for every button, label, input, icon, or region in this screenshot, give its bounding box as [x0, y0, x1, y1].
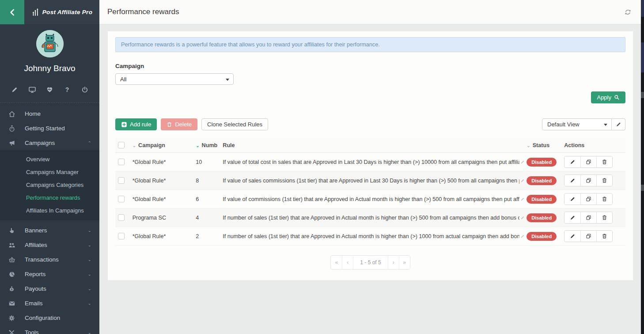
- app-window: Post Affiliate Pro Johnny Bravo: [0, 0, 644, 334]
- inline-edit-icon[interactable]: [520, 178, 524, 183]
- cell-campaign: *Global Rule*: [130, 190, 193, 209]
- sidebar-item-affiliates[interactable]: Affiliates ⌄: [0, 238, 99, 252]
- status-badge: Disabled: [527, 158, 557, 167]
- campaign-select[interactable]: All: [115, 73, 234, 85]
- sidebar-item-label: Reports: [25, 271, 88, 277]
- monitor-icon[interactable]: [27, 85, 37, 95]
- envelope-icon: [8, 300, 15, 307]
- clone-rule-button[interactable]: [580, 231, 596, 242]
- edit-rule-button[interactable]: [564, 156, 580, 167]
- inline-edit-icon[interactable]: [520, 197, 524, 201]
- chevron-down-icon: [604, 124, 607, 126]
- select-all-checkbox[interactable]: [118, 142, 125, 148]
- pie-chart-icon: [8, 271, 15, 278]
- inline-edit-icon[interactable]: [520, 216, 524, 220]
- edit-rule-button[interactable]: [564, 175, 580, 186]
- apply-button-label: Apply: [597, 94, 611, 101]
- status-badge: Disabled: [527, 213, 557, 222]
- sidebar-item-campaigns-manager[interactable]: Campaigns Manager: [0, 166, 99, 178]
- column-header-numb[interactable]: ⌄Numb: [193, 138, 220, 153]
- cell-rule: If value of commissions (1st tier) that …: [220, 190, 524, 209]
- row-checkbox[interactable]: [118, 177, 125, 184]
- sidebar-item-reports[interactable]: Reports ⌄: [0, 267, 99, 281]
- column-header-status[interactable]: ⌄Status: [524, 138, 561, 153]
- row-checkbox[interactable]: [118, 233, 125, 239]
- plus-square-icon: [121, 121, 127, 128]
- pagination-range-label: 1 - 5 of 5: [353, 256, 387, 269]
- edit-rule-button[interactable]: [564, 212, 580, 223]
- view-selector-group: Default View: [542, 118, 625, 130]
- scrollbar[interactable]: [641, 0, 644, 334]
- chevron-down-icon: ⌄: [88, 286, 91, 291]
- refresh-icon[interactable]: [624, 8, 632, 16]
- help-icon[interactable]: ?: [62, 85, 72, 95]
- clone-rule-button[interactable]: [580, 212, 596, 223]
- inline-edit-icon[interactable]: [520, 234, 524, 239]
- pagination-last-button[interactable]: »: [399, 256, 410, 269]
- avatar[interactable]: [36, 30, 64, 57]
- sort-icon: ⌄: [133, 143, 136, 148]
- status-badge: Disabled: [527, 176, 557, 185]
- pagination-next-button[interactable]: ›: [388, 256, 399, 269]
- clone-selected-rules-button[interactable]: Clone Selected Rules: [201, 118, 268, 130]
- clone-rule-button[interactable]: [580, 175, 596, 186]
- edit-rule-button[interactable]: [564, 194, 580, 205]
- delete-rule-button[interactable]: [596, 212, 612, 223]
- sidebar-item-banners[interactable]: Banners ⌄: [0, 223, 99, 238]
- sidebar-item-transactions[interactable]: Transactions ⌄: [0, 252, 99, 267]
- delete-rule-button[interactable]: [596, 175, 612, 186]
- sidebar-item-overview[interactable]: Overview: [0, 153, 99, 166]
- sidebar-item-campaigns-categories[interactable]: Campaigns Categories: [0, 178, 99, 191]
- sidebar-item-home[interactable]: Home: [0, 106, 99, 121]
- sidebar-item-performance-rewards[interactable]: Performance rewards: [0, 191, 99, 204]
- pagination-prev-button[interactable]: ‹: [342, 256, 353, 269]
- cell-rule: If number of sales (1st tier) that are A…: [220, 209, 524, 227]
- sidebar-nav: Home Getting Started Campaigns ⌃ Overvie…: [0, 102, 99, 334]
- delete-rule-button[interactable]: [596, 156, 612, 167]
- row-checkbox[interactable]: [118, 196, 125, 202]
- clone-rule-button[interactable]: [580, 194, 596, 205]
- sidebar-item-affiliates-in-campaigns[interactable]: Affiliates In Campaigns: [0, 204, 99, 217]
- user-actions-row: ?: [0, 85, 99, 95]
- sidebar-item-emails[interactable]: Emails ⌄: [0, 296, 99, 311]
- app-logo[interactable]: Post Affiliate Pro: [24, 0, 99, 24]
- delete-rule-button[interactable]: [596, 194, 612, 205]
- add-rule-button[interactable]: Add rule: [115, 118, 157, 130]
- inline-edit-icon[interactable]: [520, 160, 524, 164]
- basket-icon: [8, 256, 15, 263]
- delete-button[interactable]: Delete: [161, 118, 197, 130]
- column-header-rule[interactable]: Rule: [220, 138, 524, 153]
- rules-table: ⌄Campaign ⌄Numb Rule ⌄Status Actions *Gl…: [115, 138, 625, 246]
- sidebar-item-tools[interactable]: Tools ⌄: [0, 325, 99, 334]
- sidebar-item-getting-started[interactable]: Getting Started: [0, 121, 99, 136]
- edit-profile-icon[interactable]: [10, 85, 19, 95]
- chart-arrows-icon: [31, 8, 39, 17]
- edit-view-button[interactable]: [612, 118, 625, 130]
- scrollbar-thumb[interactable]: [641, 42, 644, 72]
- chevron-down-icon: ⌄: [88, 301, 91, 306]
- megaphone-icon: [8, 140, 15, 147]
- scrollbar-thumb[interactable]: [641, 0, 644, 17]
- money-bag-icon: $: [8, 285, 15, 292]
- sidebar-item-campaigns[interactable]: Campaigns ⌃: [0, 136, 99, 150]
- chevron-down-icon: ⌄: [88, 257, 91, 262]
- collapse-sidebar-button[interactable]: [0, 0, 24, 24]
- table-row: *Global Rule* 10 If value of total cost …: [115, 153, 625, 171]
- clone-rule-button[interactable]: [580, 156, 596, 167]
- hand-pointer-icon: [8, 227, 15, 234]
- pagination-first-button[interactable]: «: [331, 256, 342, 269]
- sidebar-item-label: Home: [25, 110, 91, 117]
- row-checkbox[interactable]: [118, 159, 125, 165]
- column-header-campaign[interactable]: ⌄Campaign: [130, 138, 193, 153]
- cell-rule: If number of sales (1st tier) that are A…: [220, 227, 524, 246]
- stopwatch-icon: [8, 125, 15, 132]
- delete-rule-button[interactable]: [596, 231, 612, 242]
- row-checkbox[interactable]: [118, 214, 125, 221]
- power-icon[interactable]: [80, 85, 90, 95]
- apply-button[interactable]: Apply: [591, 91, 625, 103]
- sidebar-item-payouts[interactable]: $ Payouts ⌄: [0, 281, 99, 296]
- edit-rule-button[interactable]: [564, 231, 580, 242]
- sidebar-item-configuration[interactable]: Configuration: [0, 311, 99, 325]
- heart-pulse-icon[interactable]: [45, 85, 55, 95]
- view-select[interactable]: Default View: [542, 118, 612, 130]
